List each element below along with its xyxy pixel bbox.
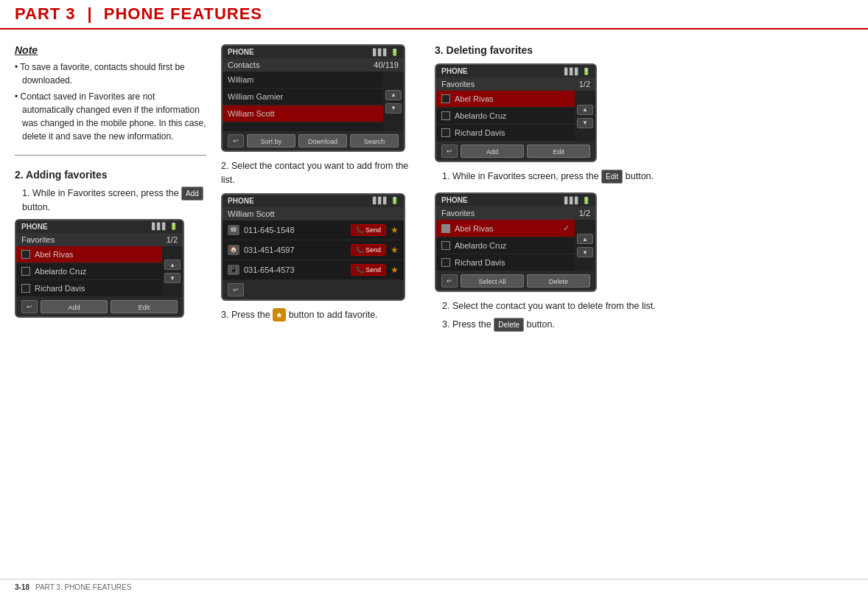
contact-item-2: William Garnier xyxy=(223,88,383,105)
ws-number-2: 🏠 031-451-4597 📞Send ★ xyxy=(223,240,404,260)
phone-scroll-edit: ▲ ▼ xyxy=(575,91,595,142)
ws-send-1[interactable]: 📞Send xyxy=(351,224,386,236)
ws-home-icon-2: 🏠 xyxy=(228,245,239,255)
contact-item-1: William xyxy=(223,72,383,88)
page-header: PART 3 | PHONE FEATURES xyxy=(0,0,868,29)
phone-topbar-ws: PHONE ▋▋▋ 🔋 xyxy=(223,195,404,207)
ws-star-2[interactable]: ★ xyxy=(391,245,399,255)
item-name-add-3: Richard Davis xyxy=(35,284,157,293)
favorites-label-add: Favorites xyxy=(21,235,55,244)
phone-bottom-add: ↩ Add Edit xyxy=(16,297,183,316)
download-btn[interactable]: Download xyxy=(298,134,347,147)
section2-heading: 2. Adding favorites xyxy=(15,169,206,181)
ws-send-3[interactable]: 📞Send xyxy=(351,264,386,276)
section2-step1-suffix: button. xyxy=(22,202,50,212)
ws-num-3: 031-654-4573 xyxy=(244,265,346,274)
scroll-up-contacts[interactable]: ▲ xyxy=(385,90,402,100)
star-button-inline: ★ xyxy=(273,308,286,321)
ws-number-3: 📱 031-654-4573 📞Send ★ xyxy=(223,260,404,280)
back-btn-contacts[interactable]: ↩ xyxy=(228,134,244,147)
scroll-down-delete[interactable]: ▼ xyxy=(577,247,593,257)
scroll-down-edit[interactable]: ▼ xyxy=(577,118,593,128)
back-btn-edit[interactable]: ↩ xyxy=(441,145,458,158)
ws-num-1: 011-645-1548 xyxy=(244,226,346,234)
ws-star-1[interactable]: ★ xyxy=(391,225,399,235)
contact-name-1: William xyxy=(228,75,378,84)
send-icon-2: 📞 xyxy=(356,246,364,254)
note-item-1: • To save a favorite, contacts should fi… xyxy=(15,60,206,87)
edit-btn-add[interactable]: Edit xyxy=(111,300,178,313)
add-btn-add[interactable]: Add xyxy=(41,300,108,313)
back-btn-delete[interactable]: ↩ xyxy=(441,274,458,288)
phone-list-edit: Abel Rivas Abelardo Cruz Richard Davis ▲… xyxy=(436,91,595,142)
add-btn-edit[interactable]: Add xyxy=(461,145,524,158)
selectall-btn[interactable]: Select All xyxy=(461,274,524,288)
scroll-down-add[interactable]: ▼ xyxy=(164,273,181,283)
scroll-up-edit[interactable]: ▲ xyxy=(577,105,593,115)
scroll-up-delete[interactable]: ▲ xyxy=(577,234,593,244)
contact-item-3: William Scott xyxy=(223,105,383,122)
header-title: PHONE FEATURES xyxy=(104,4,262,24)
edit-button-inline: Edit xyxy=(601,170,623,184)
phone-list-items-add: Abel Rivas Abelardo Cruz Richard Davis xyxy=(16,246,162,297)
phone-screen-title-add: Favorites 1/2 xyxy=(16,233,183,246)
ws-name-label: William Scott xyxy=(228,209,275,218)
section3-step3-suffix: button. xyxy=(527,319,555,330)
list-item-edit-1: Abel Rivas xyxy=(436,91,575,108)
list-item-edit-2: Abelardo Cruz xyxy=(436,108,575,125)
check-mark-del-1: ✓ xyxy=(563,223,570,233)
note-title: Note xyxy=(15,44,206,56)
section3-step1: 1. While in Favorites screen, press the … xyxy=(435,170,853,184)
contacts-label: Contacts xyxy=(228,60,259,69)
phone-scroll-delete: ▲ ▼ xyxy=(575,220,595,271)
note-text-2: Contact saved in Favorites are not autom… xyxy=(21,91,206,142)
note-box: Note • To save a favorite, contacts shou… xyxy=(15,44,206,156)
ws-star-3[interactable]: ★ xyxy=(391,265,399,275)
phone-icons-edit: ▋▋▋ 🔋 xyxy=(564,68,590,75)
phone-list-add: Abel Rivas Abelardo Cruz Richard Davis ▲… xyxy=(16,246,183,297)
footer-page: 3-18 xyxy=(15,583,29,591)
section3-step2: 2. Select the contact you want to delete… xyxy=(435,299,853,313)
scroll-down-contacts[interactable]: ▼ xyxy=(385,103,402,114)
search-btn[interactable]: Search xyxy=(350,134,399,147)
list-item-add-3: Richard Davis xyxy=(16,280,162,297)
edit-btn-edit[interactable]: Edit xyxy=(527,145,590,158)
battery-contacts: 🔋 xyxy=(391,49,399,56)
back-btn-add[interactable]: ↩ xyxy=(21,300,38,313)
item-name-del-1: Abel Rivas xyxy=(455,224,559,233)
contact-spacer xyxy=(223,122,383,131)
item-name-add-2: Abelardo Cruz xyxy=(35,267,157,276)
list-item-del-3: Richard Davis xyxy=(436,254,575,271)
section3-step3: 3. Press the Delete button. xyxy=(435,318,853,332)
ws-number-1: ☎ 011-645-1548 📞Send ★ xyxy=(223,220,404,240)
contact-name-2: William Garnier xyxy=(228,92,378,101)
left-column: Note • To save a favorite, contacts shou… xyxy=(15,44,206,336)
phone-screen-contacts: PHONE ▋▋▋ 🔋 Contacts 40/119 William Will… xyxy=(221,44,405,152)
delete-button-inline: Delete xyxy=(494,318,524,332)
sortby-btn[interactable]: Sort by xyxy=(247,134,295,147)
signal-contacts: ▋▋▋ xyxy=(373,49,388,56)
phone-screen-title-contacts: Contacts 40/119 xyxy=(223,58,404,72)
phone-bottom-ws: ↩ xyxy=(223,280,404,299)
phone-label-ws: PHONE xyxy=(228,197,254,205)
section2-step1-text: 1. While in Favorites screen, press the xyxy=(22,188,181,198)
back-btn-ws[interactable]: ↩ xyxy=(228,283,244,296)
item-name-del-2: Abelardo Cruz xyxy=(455,241,570,250)
checkbox-del-1 xyxy=(441,224,450,233)
favorites-page-add: 1/2 xyxy=(167,235,178,244)
checkbox-edit-3 xyxy=(441,128,450,137)
send-icon-3: 📞 xyxy=(356,266,364,274)
phone-label-contacts: PHONE xyxy=(228,48,254,56)
phone-icons-delete: ▋▋▋ 🔋 xyxy=(564,197,590,204)
ws-phone-icon-1: ☎ xyxy=(228,225,239,235)
checkbox-add-3 xyxy=(21,284,30,293)
scroll-up-add[interactable]: ▲ xyxy=(164,260,181,270)
signal-delete: ▋▋▋ xyxy=(564,197,580,204)
phone-list-items-edit: Abel Rivas Abelardo Cruz Richard Davis xyxy=(436,91,575,142)
checkbox-add-2 xyxy=(21,267,30,276)
phone-screen-title-edit: Favorites 1/2 xyxy=(436,77,595,91)
ws-send-2[interactable]: 📞Send xyxy=(351,244,386,256)
signal-edit: ▋▋▋ xyxy=(564,68,580,75)
item-name-edit-3: Richard Davis xyxy=(455,128,570,137)
delete-btn[interactable]: Delete xyxy=(527,274,590,288)
